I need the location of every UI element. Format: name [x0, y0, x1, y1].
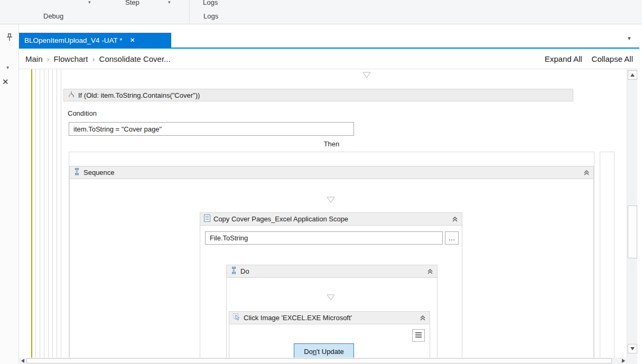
button-label-part: 't Update — [317, 348, 344, 356]
breadcrumb-separator-icon: › — [43, 54, 54, 63]
horizontal-scrollbar-thumb[interactable] — [26, 358, 612, 363]
breadcrumb-separator-icon: › — [88, 54, 99, 63]
if-activity-title: If (Old: item.ToString.Contains("Cover")… — [78, 91, 200, 99]
pin-icon[interactable] — [5, 33, 14, 44]
collapse-chevron-icon[interactable] — [420, 315, 426, 321]
condition-label: Condition — [68, 109, 97, 117]
else-panel-partial[interactable] — [600, 152, 615, 358]
browse-button[interactable]: … — [445, 231, 459, 245]
scroll-left-button[interactable] — [19, 358, 26, 364]
condition-expression-input[interactable] — [69, 122, 354, 136]
click-image-activity-header[interactable]: Click Image 'EXCEL.EXE Microsoft' — [229, 312, 430, 324]
click-image-activity-title: Click Image 'EXCEL.EXE Microsoft' — [244, 314, 352, 322]
target-options-button[interactable] — [412, 329, 425, 342]
designer-canvas[interactable]: If (Old: item.ToString.Contains("Cover")… — [19, 69, 627, 358]
hamburger-icon — [415, 331, 422, 340]
collapse-chevron-icon[interactable] — [427, 268, 433, 275]
expand-all-button[interactable]: Expand All — [545, 54, 582, 63]
left-dock-strip: ▾ ✕ — [0, 24, 19, 364]
breadcrumb-item-flowchart[interactable]: Flowchart — [54, 54, 88, 63]
button-label-mnemonic: n — [313, 348, 317, 356]
flow-arrow-icon — [327, 293, 335, 300]
scroll-right-button[interactable] — [620, 358, 627, 364]
panel-collapse-icon[interactable]: ▾ — [6, 64, 9, 70]
flow-arrow-icon — [362, 71, 371, 77]
ribbon-separator — [189, 0, 190, 23]
collapse-all-button[interactable]: Collapse All — [592, 54, 633, 63]
workbook-path-input[interactable] — [205, 231, 443, 245]
scrollbar-corner — [627, 358, 637, 364]
scroll-up-button[interactable] — [628, 70, 637, 80]
if-activity-header[interactable]: If (Old: item.ToString.Contains("Cover")… — [63, 89, 573, 101]
sequence-activity-header[interactable]: Sequence — [70, 166, 593, 179]
horizontal-scrollbar — [19, 358, 627, 364]
if-icon — [68, 91, 75, 100]
click-image-icon — [233, 313, 240, 322]
workflow-tab[interactable]: BLOpenItemUpload_V4 -UAT * ✕ — [19, 33, 171, 48]
ribbon: ▾ Step ▾ Logs Debug Logs — [0, 0, 642, 24]
logs-button[interactable]: Logs — [203, 0, 218, 6]
breadcrumb-item-current[interactable]: Consolidate Cover... — [99, 54, 171, 63]
excel-scope-activity-title: Copy Cover Pages_Excel Application Scope — [213, 215, 348, 223]
excel-scope-activity-header[interactable]: Copy Cover Pages_Excel Application Scope — [200, 213, 462, 226]
target-image-dont-update-button[interactable]: Don't Update — [294, 343, 354, 358]
do-icon — [230, 267, 237, 276]
sequence-activity-title: Sequence — [83, 169, 115, 176]
do-activity-title: Do — [240, 267, 249, 275]
breadcrumb-item-main[interactable]: Main — [25, 54, 43, 63]
collapse-chevron-icon[interactable] — [452, 216, 458, 222]
flow-arrow-icon — [327, 195, 335, 202]
do-activity-header[interactable]: Do — [227, 265, 437, 278]
workflow-tab-title: BLOpenItemUpload_V4 -UAT * — [24, 36, 123, 44]
tab-close-icon[interactable]: ✕ — [130, 36, 135, 44]
step-button[interactable]: Step — [125, 0, 139, 6]
chevron-down-icon[interactable]: ▾ — [88, 0, 91, 5]
vertical-scrollbar — [627, 69, 637, 358]
panel-close-icon[interactable]: ✕ — [2, 77, 9, 87]
ribbon-group-debug: Debug — [43, 12, 63, 20]
chevron-down-icon[interactable]: ▾ — [168, 0, 171, 5]
scroll-down-button[interactable] — [628, 344, 637, 353]
ribbon-group-logs: Logs — [203, 12, 218, 20]
breadcrumb: Main › Flowchart › Consolidate Cover... … — [19, 49, 639, 69]
button-label-part: Do — [304, 348, 313, 356]
sequence-icon — [73, 168, 80, 177]
excel-scope-icon — [204, 214, 210, 223]
tab-list-dropdown-icon[interactable]: ▾ — [628, 35, 631, 42]
collapse-chevron-icon[interactable] — [583, 170, 590, 176]
then-label: Then — [69, 140, 594, 148]
vertical-scrollbar-thumb[interactable] — [628, 206, 637, 258]
